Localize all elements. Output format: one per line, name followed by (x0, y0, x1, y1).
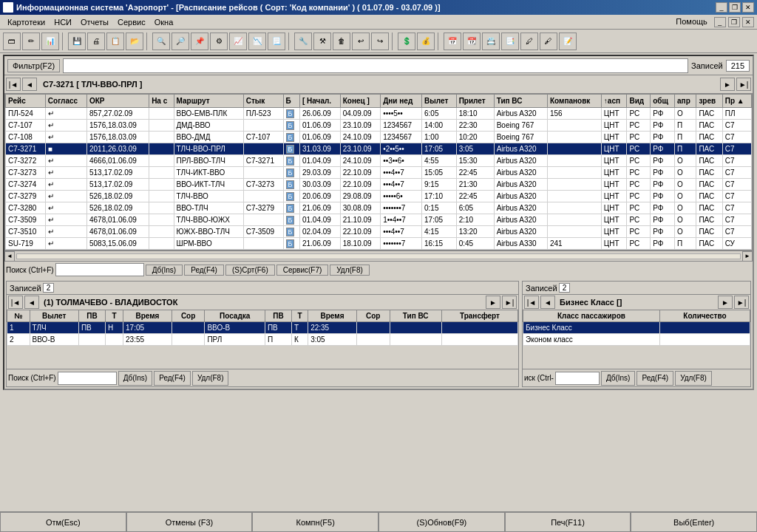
col-obsh[interactable]: общ (651, 95, 675, 108)
br-nav-last[interactable]: ►| (734, 296, 749, 309)
bl-delete-button[interactable]: Удл(F8) (192, 371, 229, 386)
table-row[interactable]: С7-3274↵513,17.02.09ВВО-ИКТ-ТЛЧС7-3273Б3… (6, 179, 752, 191)
list-item[interactable]: Бизнес Класс (523, 322, 750, 334)
nav-first[interactable]: |◄ (6, 78, 21, 91)
tool-btn-3[interactable]: 📊 (41, 33, 59, 50)
tool-btn-4[interactable]: 💾 (68, 33, 86, 50)
bl-nav-last[interactable]: ►| (502, 296, 517, 309)
minimize-button[interactable]: _ (716, 2, 727, 13)
list-item[interactable]: Эконом класс (523, 334, 750, 346)
bl-nav-next[interactable]: ► (486, 296, 500, 309)
col-apr[interactable]: апр (675, 95, 696, 108)
bl-col-transfer[interactable]: Трансферт (441, 310, 517, 322)
col-okr[interactable]: ОКР (86, 95, 149, 108)
bl-add-button[interactable]: Дб(Ins) (118, 371, 153, 386)
tool-btn-19[interactable]: ↪ (371, 33, 389, 50)
tool-btn-9[interactable]: 🔎 (172, 33, 189, 50)
br-nav-next[interactable]: ► (718, 296, 733, 309)
service-button[interactable]: Сервис(F7) (276, 265, 329, 276)
action-cancel[interactable]: Отм(Esc) (0, 512, 126, 532)
col-flight[interactable]: Рейс (6, 95, 46, 108)
tool-btn-5[interactable]: 🖨 (87, 33, 105, 50)
action-comp[interactable]: Компн(F5) (252, 512, 378, 532)
tool-btn-25[interactable]: 📑 (501, 33, 519, 50)
tool-btn-17[interactable]: 🗑 (333, 33, 350, 50)
col-zrev[interactable]: зрев (696, 95, 722, 108)
bl-col-time[interactable]: Время (123, 310, 172, 322)
delete-button[interactable]: Удл(F8) (330, 265, 370, 276)
action-select[interactable]: Выб(Enter) (631, 512, 757, 532)
action-print[interactable]: Печ(F11) (505, 512, 631, 532)
col-styk[interactable]: Стык (243, 95, 283, 108)
menu-windows[interactable]: Окна (150, 16, 178, 28)
list-item[interactable]: 1ТЛЧПВН17:05ВВО-ВПВТ22:35 (7, 322, 518, 334)
bl-edit-button[interactable]: Ред(F4) (154, 371, 191, 386)
col-rasp[interactable]: ↑асп (601, 95, 627, 108)
tool-btn-27[interactable]: 🖋 (540, 33, 557, 50)
menu-reports[interactable]: Отчеты (76, 16, 113, 28)
table-row[interactable]: С7-107↵1576,18.03.09ДМД-ВВОБ01.06.0923.1… (6, 120, 752, 132)
bl-nav-prev[interactable]: ◄ (24, 296, 39, 309)
close-button[interactable]: ✕ (742, 2, 754, 13)
bottom-left-table-container[interactable]: № Вылет ПВ Т Время Сор Посадка ПВ Т Врем… (7, 310, 518, 369)
tool-btn-6[interactable]: 📋 (106, 33, 124, 50)
bl-col-num[interactable]: № (7, 310, 30, 322)
bl-nav-first[interactable]: |◄ (8, 296, 23, 309)
col-comp[interactable]: Компановк (547, 95, 601, 108)
tool-btn-18[interactable]: ↩ (352, 33, 370, 50)
table-row[interactable]: SU-719↵5083,15.06.09ШРМ-ВВОБ21.06.0918.1… (6, 238, 752, 250)
br-nav-prev[interactable]: ◄ (540, 296, 555, 309)
filter-input[interactable] (63, 58, 688, 73)
add-button[interactable]: Дб(Ins) (146, 265, 183, 276)
tool-btn-7[interactable]: 📂 (126, 33, 143, 50)
menu-help[interactable]: Помощь (671, 16, 712, 27)
col-days[interactable]: Дни нед (381, 95, 422, 108)
col-pr[interactable]: Пр ▲ (722, 95, 751, 108)
tool-btn-20[interactable]: 💲 (398, 33, 415, 50)
col-route[interactable]: Маршрут (174, 95, 243, 108)
table-row[interactable]: С7-3273↵513,17.02.09ТЛЧ-ИКТ-ВВОБ29.03.09… (6, 167, 752, 179)
tool-btn-11[interactable]: ⚙ (210, 33, 228, 50)
col-nas[interactable]: На с (149, 95, 174, 108)
table-row[interactable]: С7-3509↵4678,01.06.09ТЛЧ-ВВО-ЮЖХБ01.04.0… (6, 214, 752, 226)
bl-search-input[interactable] (58, 372, 117, 385)
scroll-left[interactable]: ◄ (4, 251, 15, 262)
tool-btn-26[interactable]: 🖊 (520, 33, 538, 50)
nav-last[interactable]: ►| (736, 78, 751, 91)
col-arrive[interactable]: Прилет (456, 95, 494, 108)
table-row[interactable]: С7-3510↵4678,01.06.09ЮЖХ-ВВО-ТЛЧС7-3509Б… (6, 226, 752, 238)
col-b[interactable]: Б (283, 95, 299, 108)
inner-close-button[interactable]: ✕ (742, 17, 754, 27)
menu-kartoteki[interactable]: Картотеки (3, 16, 50, 28)
search-input[interactable] (55, 263, 144, 276)
bottom-right-table-container[interactable]: Класс пассажиров Количество Бизнес Класс… (523, 310, 750, 369)
inner-restore-button[interactable]: ❐ (728, 17, 740, 27)
menu-nsi[interactable]: НСИ (50, 16, 76, 28)
tool-btn-22[interactable]: 📅 (444, 33, 461, 50)
action-undo[interactable]: Отмены (F3) (126, 512, 253, 532)
action-refresh[interactable]: (S)Обнов(F9) (378, 512, 505, 532)
col-ac[interactable]: Тип ВС (494, 95, 547, 108)
table-row[interactable]: С7-3279↵526,18.02.09ТЛЧ-ВВОБ20.06.0929.0… (6, 191, 752, 202)
tool-btn-12[interactable]: 📈 (229, 33, 247, 50)
bl-col-t2[interactable]: Т (292, 310, 308, 322)
inner-minimize-button[interactable]: _ (714, 17, 726, 27)
restore-button[interactable]: ❐ (729, 2, 741, 13)
edit-button[interactable]: Ред(F4) (184, 265, 224, 276)
table-row[interactable]: С7-3272↵4666,01.06.09ПРЛ-ВВО-ТЛЧС7-3271Б… (6, 155, 752, 167)
tool-btn-16[interactable]: ⚒ (313, 33, 331, 50)
table-row[interactable]: С7-3280↵526,18.02.09ВВО-ТЛЧС7-3279Б21.06… (6, 202, 752, 214)
scroll-right[interactable]: ► (742, 251, 753, 262)
br-search-input[interactable] (555, 372, 600, 385)
br-add-button[interactable]: Дб(Ins) (601, 371, 636, 386)
tool-btn-2[interactable]: ✏ (22, 33, 40, 50)
br-delete-button[interactable]: Удл(F8) (675, 371, 712, 386)
bl-col-ac[interactable]: Тип ВС (390, 310, 441, 322)
filter-button[interactable]: Фильтр(F2) (7, 59, 60, 72)
nav-prev[interactable]: ◄ (22, 78, 37, 91)
tool-btn-24[interactable]: 📇 (482, 33, 500, 50)
main-table-container[interactable]: Рейс Согласс ОКР На с Маршрут Стык Б [ Н… (4, 93, 753, 250)
col-end[interactable]: Конец ] (340, 95, 381, 108)
bl-col-time2[interactable]: Время (308, 310, 357, 322)
col-vid[interactable]: Вид (627, 95, 651, 108)
